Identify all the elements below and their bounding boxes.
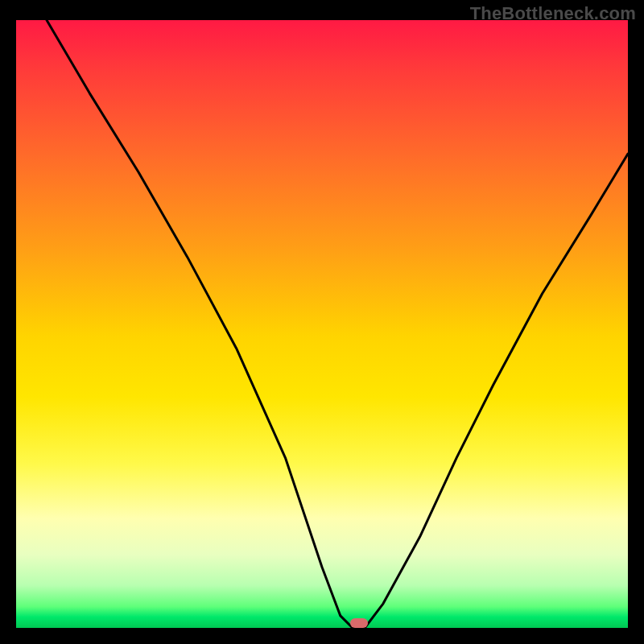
optimal-point-marker bbox=[350, 618, 368, 628]
watermark-text: TheBottleneck.com bbox=[470, 3, 636, 24]
bottleneck-curve bbox=[16, 20, 628, 628]
chart-frame: TheBottleneck.com bbox=[0, 0, 644, 644]
